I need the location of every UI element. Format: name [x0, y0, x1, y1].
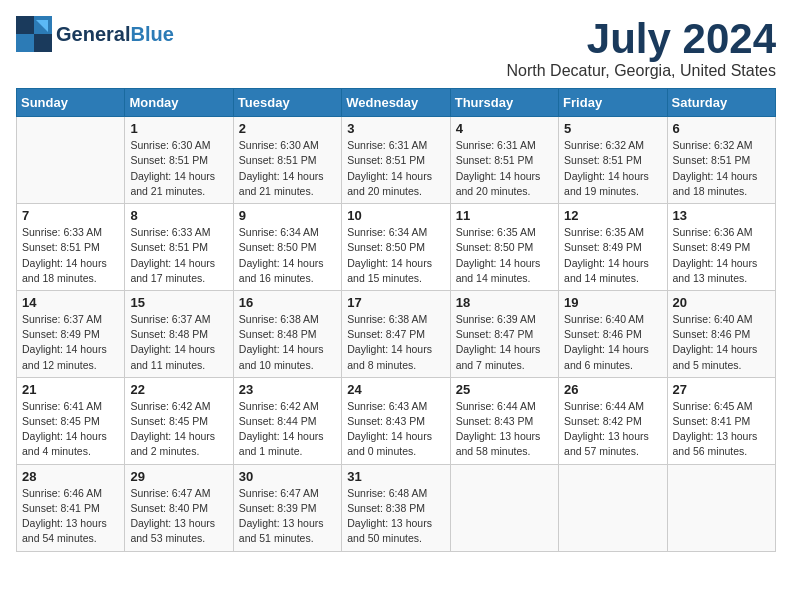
logo-line2: Blue — [130, 23, 173, 45]
header-wednesday: Wednesday — [342, 89, 450, 117]
calendar-cell — [559, 464, 667, 551]
day-info: Sunrise: 6:42 AM Sunset: 8:44 PM Dayligh… — [239, 399, 336, 460]
week-row-4: 21Sunrise: 6:41 AM Sunset: 8:45 PM Dayli… — [17, 377, 776, 464]
day-info: Sunrise: 6:47 AM Sunset: 8:40 PM Dayligh… — [130, 486, 227, 547]
calendar-cell: 23Sunrise: 6:42 AM Sunset: 8:44 PM Dayli… — [233, 377, 341, 464]
calendar-table: SundayMondayTuesdayWednesdayThursdayFrid… — [16, 88, 776, 551]
day-number: 13 — [673, 208, 770, 223]
calendar-cell: 24Sunrise: 6:43 AM Sunset: 8:43 PM Dayli… — [342, 377, 450, 464]
calendar-cell: 7Sunrise: 6:33 AM Sunset: 8:51 PM Daylig… — [17, 204, 125, 291]
day-number: 7 — [22, 208, 119, 223]
day-number: 21 — [22, 382, 119, 397]
header-saturday: Saturday — [667, 89, 775, 117]
logo-icon — [16, 16, 52, 52]
day-number: 12 — [564, 208, 661, 223]
week-row-1: 1Sunrise: 6:30 AM Sunset: 8:51 PM Daylig… — [17, 117, 776, 204]
day-info: Sunrise: 6:37 AM Sunset: 8:48 PM Dayligh… — [130, 312, 227, 373]
svg-rect-0 — [16, 16, 34, 34]
location: North Decatur, Georgia, United States — [507, 62, 776, 80]
day-info: Sunrise: 6:48 AM Sunset: 8:38 PM Dayligh… — [347, 486, 444, 547]
day-number: 5 — [564, 121, 661, 136]
header-monday: Monday — [125, 89, 233, 117]
calendar-cell: 30Sunrise: 6:47 AM Sunset: 8:39 PM Dayli… — [233, 464, 341, 551]
day-info: Sunrise: 6:33 AM Sunset: 8:51 PM Dayligh… — [22, 225, 119, 286]
calendar-cell: 10Sunrise: 6:34 AM Sunset: 8:50 PM Dayli… — [342, 204, 450, 291]
logo: GeneralBlue — [16, 16, 174, 52]
header-sunday: Sunday — [17, 89, 125, 117]
day-number: 1 — [130, 121, 227, 136]
calendar-cell: 21Sunrise: 6:41 AM Sunset: 8:45 PM Dayli… — [17, 377, 125, 464]
day-info: Sunrise: 6:44 AM Sunset: 8:42 PM Dayligh… — [564, 399, 661, 460]
day-info: Sunrise: 6:31 AM Sunset: 8:51 PM Dayligh… — [347, 138, 444, 199]
month-year: July 2024 — [507, 16, 776, 62]
calendar-cell — [17, 117, 125, 204]
day-number: 11 — [456, 208, 553, 223]
day-info: Sunrise: 6:46 AM Sunset: 8:41 PM Dayligh… — [22, 486, 119, 547]
calendar-cell: 4Sunrise: 6:31 AM Sunset: 8:51 PM Daylig… — [450, 117, 558, 204]
day-info: Sunrise: 6:38 AM Sunset: 8:47 PM Dayligh… — [347, 312, 444, 373]
day-info: Sunrise: 6:38 AM Sunset: 8:48 PM Dayligh… — [239, 312, 336, 373]
calendar-cell: 26Sunrise: 6:44 AM Sunset: 8:42 PM Dayli… — [559, 377, 667, 464]
day-info: Sunrise: 6:45 AM Sunset: 8:41 PM Dayligh… — [673, 399, 770, 460]
calendar-cell: 16Sunrise: 6:38 AM Sunset: 8:48 PM Dayli… — [233, 290, 341, 377]
calendar-cell — [450, 464, 558, 551]
calendar-cell: 14Sunrise: 6:37 AM Sunset: 8:49 PM Dayli… — [17, 290, 125, 377]
day-number: 16 — [239, 295, 336, 310]
day-info: Sunrise: 6:37 AM Sunset: 8:49 PM Dayligh… — [22, 312, 119, 373]
calendar-cell: 3Sunrise: 6:31 AM Sunset: 8:51 PM Daylig… — [342, 117, 450, 204]
week-row-5: 28Sunrise: 6:46 AM Sunset: 8:41 PM Dayli… — [17, 464, 776, 551]
calendar-cell: 5Sunrise: 6:32 AM Sunset: 8:51 PM Daylig… — [559, 117, 667, 204]
calendar-cell: 6Sunrise: 6:32 AM Sunset: 8:51 PM Daylig… — [667, 117, 775, 204]
day-info: Sunrise: 6:35 AM Sunset: 8:49 PM Dayligh… — [564, 225, 661, 286]
day-info: Sunrise: 6:36 AM Sunset: 8:49 PM Dayligh… — [673, 225, 770, 286]
calendar-cell: 8Sunrise: 6:33 AM Sunset: 8:51 PM Daylig… — [125, 204, 233, 291]
day-number: 17 — [347, 295, 444, 310]
header-thursday: Thursday — [450, 89, 558, 117]
day-number: 26 — [564, 382, 661, 397]
calendar-cell: 12Sunrise: 6:35 AM Sunset: 8:49 PM Dayli… — [559, 204, 667, 291]
day-number: 30 — [239, 469, 336, 484]
day-number: 10 — [347, 208, 444, 223]
day-info: Sunrise: 6:35 AM Sunset: 8:50 PM Dayligh… — [456, 225, 553, 286]
svg-rect-2 — [16, 34, 34, 52]
day-number: 18 — [456, 295, 553, 310]
week-row-2: 7Sunrise: 6:33 AM Sunset: 8:51 PM Daylig… — [17, 204, 776, 291]
day-number: 29 — [130, 469, 227, 484]
calendar-header-row: SundayMondayTuesdayWednesdayThursdayFrid… — [17, 89, 776, 117]
calendar-cell — [667, 464, 775, 551]
calendar-cell: 29Sunrise: 6:47 AM Sunset: 8:40 PM Dayli… — [125, 464, 233, 551]
week-row-3: 14Sunrise: 6:37 AM Sunset: 8:49 PM Dayli… — [17, 290, 776, 377]
day-number: 14 — [22, 295, 119, 310]
day-info: Sunrise: 6:40 AM Sunset: 8:46 PM Dayligh… — [673, 312, 770, 373]
day-info: Sunrise: 6:30 AM Sunset: 8:51 PM Dayligh… — [130, 138, 227, 199]
calendar-cell: 13Sunrise: 6:36 AM Sunset: 8:49 PM Dayli… — [667, 204, 775, 291]
day-info: Sunrise: 6:32 AM Sunset: 8:51 PM Dayligh… — [564, 138, 661, 199]
header-tuesday: Tuesday — [233, 89, 341, 117]
calendar-cell: 27Sunrise: 6:45 AM Sunset: 8:41 PM Dayli… — [667, 377, 775, 464]
calendar-cell: 2Sunrise: 6:30 AM Sunset: 8:51 PM Daylig… — [233, 117, 341, 204]
svg-rect-3 — [34, 34, 52, 52]
day-number: 23 — [239, 382, 336, 397]
calendar-cell: 11Sunrise: 6:35 AM Sunset: 8:50 PM Dayli… — [450, 204, 558, 291]
day-info: Sunrise: 6:39 AM Sunset: 8:47 PM Dayligh… — [456, 312, 553, 373]
day-info: Sunrise: 6:34 AM Sunset: 8:50 PM Dayligh… — [239, 225, 336, 286]
day-number: 19 — [564, 295, 661, 310]
calendar-cell: 18Sunrise: 6:39 AM Sunset: 8:47 PM Dayli… — [450, 290, 558, 377]
day-number: 27 — [673, 382, 770, 397]
calendar-cell: 22Sunrise: 6:42 AM Sunset: 8:45 PM Dayli… — [125, 377, 233, 464]
day-number: 25 — [456, 382, 553, 397]
day-number: 20 — [673, 295, 770, 310]
page-header: GeneralBlue July 2024 North Decatur, Geo… — [16, 16, 776, 80]
day-info: Sunrise: 6:30 AM Sunset: 8:51 PM Dayligh… — [239, 138, 336, 199]
day-info: Sunrise: 6:47 AM Sunset: 8:39 PM Dayligh… — [239, 486, 336, 547]
day-number: 6 — [673, 121, 770, 136]
day-number: 22 — [130, 382, 227, 397]
day-info: Sunrise: 6:43 AM Sunset: 8:43 PM Dayligh… — [347, 399, 444, 460]
calendar-cell: 20Sunrise: 6:40 AM Sunset: 8:46 PM Dayli… — [667, 290, 775, 377]
title-block: July 2024 North Decatur, Georgia, United… — [507, 16, 776, 80]
day-info: Sunrise: 6:33 AM Sunset: 8:51 PM Dayligh… — [130, 225, 227, 286]
day-info: Sunrise: 6:44 AM Sunset: 8:43 PM Dayligh… — [456, 399, 553, 460]
day-info: Sunrise: 6:34 AM Sunset: 8:50 PM Dayligh… — [347, 225, 444, 286]
logo-line1: General — [56, 23, 130, 45]
calendar-cell: 17Sunrise: 6:38 AM Sunset: 8:47 PM Dayli… — [342, 290, 450, 377]
